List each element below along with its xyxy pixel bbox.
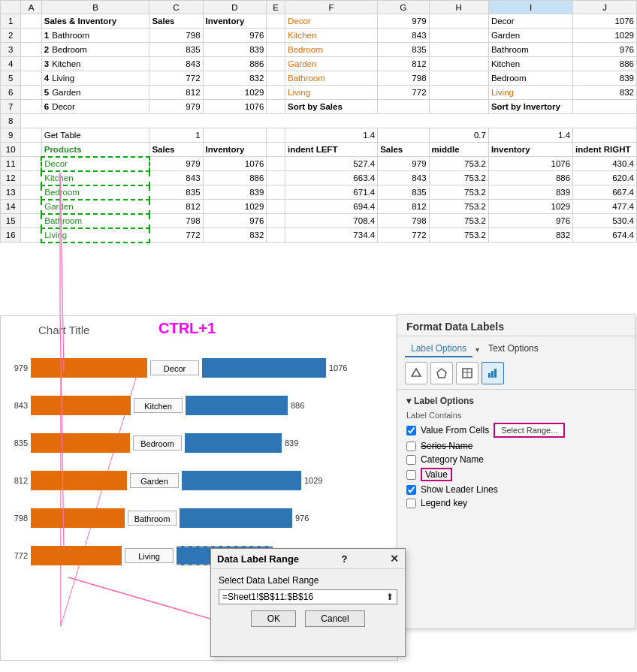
cell-i3[interactable]: Bathroom [488, 43, 572, 57]
cell-j5[interactable]: 839 [573, 71, 637, 86]
cell-g1[interactable]: 979 [378, 14, 429, 29]
pentagon-icon-btn[interactable] [430, 362, 453, 384]
col-header-i[interactable]: I [488, 1, 572, 14]
cell-b14[interactable]: Garden [41, 200, 149, 214]
cell-d4[interactable]: 886 [203, 57, 267, 71]
cell-c15[interactable]: 798 [149, 214, 203, 228]
tab-text-options[interactable]: Text Options [482, 341, 545, 357]
cell-i5[interactable]: Bedroom [488, 71, 572, 86]
cell-i6[interactable]: Living [488, 86, 572, 100]
cell-b12[interactable]: Kitchen [41, 171, 149, 185]
cell-c16[interactable]: 772 [149, 228, 203, 243]
cell-f9[interactable]: 1.4 [285, 128, 377, 143]
cell-f4[interactable]: Garden [285, 57, 377, 71]
cell-d12[interactable]: 886 [203, 171, 267, 185]
cell-i4[interactable]: Kitchen [488, 57, 572, 71]
legend-key-checkbox[interactable] [406, 499, 416, 508]
cell-j16[interactable]: 674.4 [573, 228, 637, 243]
dlr-range-input[interactable] [219, 590, 383, 604]
cell-f14[interactable]: 694.4 [285, 200, 377, 214]
cell-d14[interactable]: 1029 [203, 200, 267, 214]
cell-f2[interactable]: Kitchen [285, 29, 377, 43]
cell-i7[interactable]: Sort by Invertory [488, 100, 572, 114]
cell-j15[interactable]: 530.4 [573, 214, 637, 228]
cell-c9[interactable]: 1 [149, 128, 203, 143]
cell-d2[interactable]: 976 [203, 29, 267, 43]
cell-c2[interactable]: 798 [149, 29, 203, 43]
cell-i9[interactable]: 1.4 [488, 128, 572, 143]
cell-j13[interactable]: 667.4 [573, 185, 637, 200]
cell-b2[interactable]: 1 Bathroom [41, 29, 149, 43]
cell-g12[interactable]: 843 [378, 171, 429, 185]
cell-c13[interactable]: 835 [149, 185, 203, 200]
cell-g16[interactable]: 772 [378, 228, 429, 243]
cell-f5[interactable]: Bathroom [285, 71, 377, 86]
cell-j12[interactable]: 620.4 [573, 171, 637, 185]
series-name-checkbox[interactable] [406, 441, 416, 451]
cell-h9[interactable]: 0.7 [429, 128, 488, 143]
cell-c3[interactable]: 835 [149, 43, 203, 57]
cell-j3[interactable]: 976 [573, 43, 637, 57]
value-from-cells-checkbox[interactable] [406, 426, 416, 435]
cell-j2[interactable]: 1029 [573, 29, 637, 43]
cell-f13[interactable]: 671.4 [285, 185, 377, 200]
cell-c1[interactable]: Sales [149, 14, 203, 29]
cell-g2[interactable]: 843 [378, 29, 429, 43]
tab-label-options[interactable]: Label Options [405, 341, 472, 357]
cell-d6[interactable]: 1029 [203, 86, 267, 100]
cell-d16[interactable]: 832 [203, 228, 267, 243]
dlr-cancel-button[interactable]: Cancel [305, 610, 364, 627]
cell-g3[interactable]: 835 [378, 43, 429, 57]
cell-i15[interactable]: 976 [488, 214, 572, 228]
cell-i10[interactable]: Inventory [488, 143, 572, 157]
cell-d11[interactable]: 1076 [203, 157, 267, 171]
cell-c7[interactable]: 979 [149, 100, 203, 114]
cell-b6[interactable]: 5 Garden [41, 86, 149, 100]
cell-j4[interactable]: 886 [573, 57, 637, 71]
cell-h13[interactable]: 753.2 [429, 185, 488, 200]
cell-f10[interactable]: indent LEFT [285, 143, 377, 157]
cell-i14[interactable]: 1029 [488, 200, 572, 214]
cell-c4[interactable]: 843 [149, 57, 203, 71]
cell-b10[interactable]: Products [41, 143, 149, 157]
cell-f7[interactable]: Sort by Sales [285, 100, 377, 114]
cell-b16[interactable]: Living [41, 228, 149, 243]
cell-b13[interactable]: Bedroom [41, 185, 149, 200]
cell-j1[interactable]: 1076 [573, 14, 637, 29]
cell-h15[interactable]: 753.2 [429, 214, 488, 228]
cell-c12[interactable]: 843 [149, 171, 203, 185]
table-icon-btn[interactable] [456, 362, 479, 384]
cell-i2[interactable]: Garden [488, 29, 572, 43]
cell-f16[interactable]: 734.4 [285, 228, 377, 243]
cell-g11[interactable]: 979 [378, 157, 429, 171]
cell-d5[interactable]: 832 [203, 71, 267, 86]
cell-f6[interactable]: Living [285, 86, 377, 100]
cell-d15[interactable]: 976 [203, 214, 267, 228]
cell-c11[interactable]: 979 [149, 157, 203, 171]
cell-c10[interactable]: Sales [149, 143, 203, 157]
cell-i13[interactable]: 839 [488, 185, 572, 200]
cell-i16[interactable]: 832 [488, 228, 572, 243]
cell-g13[interactable]: 835 [378, 185, 429, 200]
cell-g6[interactable]: 772 [378, 86, 429, 100]
cell-j14[interactable]: 477.4 [573, 200, 637, 214]
cell-f3[interactable]: Bedroom [285, 43, 377, 57]
value-checkbox[interactable] [406, 470, 416, 480]
cell-b4[interactable]: 3 Kitchen [41, 57, 149, 71]
cell-c5[interactable]: 772 [149, 71, 203, 86]
cell-g14[interactable]: 812 [378, 200, 429, 214]
cell-b11[interactable]: Decor [41, 157, 149, 171]
cell-j10[interactable]: indent RIGHT [573, 143, 637, 157]
cell-d13[interactable]: 839 [203, 185, 267, 200]
show-leader-lines-checkbox[interactable] [406, 485, 416, 495]
cell-j6[interactable]: 832 [573, 86, 637, 100]
cell-d1[interactable]: Inventory [203, 14, 267, 29]
dlr-close-button[interactable]: ✕ [390, 553, 399, 565]
cell-g10[interactable]: Sales [378, 143, 429, 157]
cell-b15[interactable]: Bathroom [41, 214, 149, 228]
cell-i11[interactable]: 1076 [488, 157, 572, 171]
cell-j11[interactable]: 430.4 [573, 157, 637, 171]
cell-f12[interactable]: 663.4 [285, 171, 377, 185]
cell-d7[interactable]: 1076 [203, 100, 267, 114]
cell-i12[interactable]: 886 [488, 171, 572, 185]
